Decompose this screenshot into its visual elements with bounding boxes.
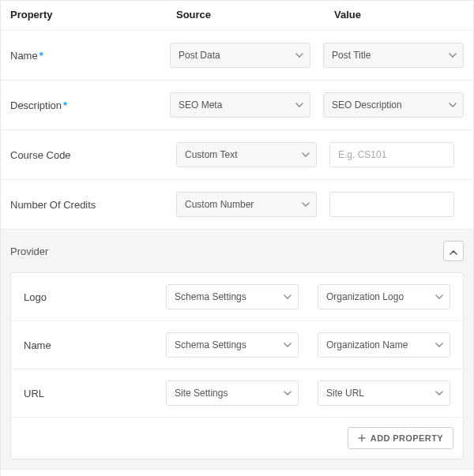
select-value: Schema Settings bbox=[175, 339, 246, 350]
group-body: Logo Schema Settings Organization Logo N… bbox=[10, 272, 464, 459]
label-text: Number Of Credits bbox=[10, 199, 96, 211]
value-select[interactable]: SEO Description bbox=[323, 92, 464, 118]
label-text: Name bbox=[10, 50, 38, 62]
value-input[interactable] bbox=[329, 192, 454, 217]
chevron-down-icon bbox=[449, 53, 457, 58]
select-value: Site URL bbox=[326, 388, 364, 399]
source-select[interactable]: Schema Settings bbox=[166, 332, 299, 358]
chevron-down-icon bbox=[302, 152, 310, 157]
property-row: URL Site Settings Site URL bbox=[11, 369, 463, 418]
button-label: Add Property bbox=[371, 433, 443, 443]
select-value: Custom Text bbox=[185, 149, 237, 160]
chevron-down-icon bbox=[284, 343, 292, 347]
property-label: Name bbox=[24, 339, 166, 351]
source-select[interactable]: Schema Settings bbox=[166, 284, 299, 309]
header-source: Source bbox=[176, 9, 334, 21]
property-row: Logo Schema Settings Organization Logo bbox=[11, 273, 463, 321]
group-header: Provider bbox=[1, 230, 473, 272]
label-text: Course Code bbox=[10, 149, 71, 161]
select-value: Schema Settings bbox=[175, 291, 246, 302]
property-row: Description* SEO Meta SEO Description bbox=[1, 81, 473, 130]
property-label: Description* bbox=[10, 99, 170, 111]
select-value: Post Title bbox=[332, 50, 371, 61]
source-select[interactable]: SEO Meta bbox=[170, 92, 310, 118]
property-row: Course Code Custom Text bbox=[1, 130, 473, 180]
plus-icon bbox=[358, 434, 366, 442]
property-label: Course Code bbox=[10, 149, 176, 161]
value-select[interactable]: Post Title bbox=[323, 43, 464, 68]
chevron-down-icon bbox=[284, 391, 292, 395]
panel-footer: Reset Properties Add Property bbox=[1, 470, 473, 476]
provider-group: Provider Logo Schema Settings Organizati… bbox=[1, 230, 473, 470]
value-input[interactable] bbox=[329, 142, 454, 167]
property-label: Name* bbox=[10, 50, 170, 62]
chevron-down-icon bbox=[435, 294, 443, 299]
table-header: Property Source Value bbox=[1, 1, 473, 31]
header-value: Value bbox=[334, 9, 464, 21]
required-mark: * bbox=[40, 50, 43, 62]
select-value: SEO Description bbox=[332, 99, 402, 111]
property-row: Name Schema Settings Organization Name bbox=[11, 321, 463, 369]
value-select[interactable]: Organization Logo bbox=[318, 284, 450, 309]
chevron-down-icon bbox=[435, 343, 443, 347]
header-property: Property bbox=[10, 9, 176, 21]
chevron-down-icon bbox=[284, 294, 292, 299]
required-mark: * bbox=[63, 99, 67, 111]
source-select[interactable]: Custom Number bbox=[176, 192, 317, 217]
source-select[interactable]: Custom Text bbox=[176, 142, 317, 167]
chevron-down-icon bbox=[435, 391, 443, 395]
property-row: Name* Post Data Post Title bbox=[1, 31, 473, 81]
chevron-down-icon bbox=[449, 103, 457, 107]
select-value: Custom Number bbox=[185, 199, 254, 210]
label-text: Description bbox=[10, 99, 62, 111]
add-property-button[interactable]: Add Property bbox=[348, 427, 453, 449]
property-label: Logo bbox=[24, 291, 166, 303]
value-select[interactable]: Site URL bbox=[318, 380, 450, 406]
property-label: URL bbox=[24, 388, 166, 399]
select-value: SEO Meta bbox=[179, 99, 222, 111]
chevron-down-icon bbox=[295, 53, 303, 58]
property-row: Number Of Credits Custom Number bbox=[1, 180, 473, 230]
source-select[interactable]: Site Settings bbox=[166, 380, 299, 406]
select-value: Organization Name bbox=[326, 339, 408, 350]
chevron-down-icon bbox=[295, 103, 303, 107]
value-select[interactable]: Organization Name bbox=[318, 332, 450, 358]
collapse-button[interactable] bbox=[443, 241, 464, 261]
source-select[interactable]: Post Data bbox=[170, 43, 310, 68]
property-label: Number Of Credits bbox=[10, 199, 176, 211]
select-value: Site Settings bbox=[175, 388, 228, 399]
group-label: Provider bbox=[10, 245, 443, 257]
properties-panel: Property Source Value Name* Post Data Po… bbox=[0, 0, 474, 476]
select-value: Organization Logo bbox=[326, 291, 404, 302]
select-value: Post Data bbox=[179, 50, 220, 61]
chevron-up-icon bbox=[450, 245, 457, 257]
chevron-down-icon bbox=[302, 202, 310, 207]
group-footer: Add Property bbox=[11, 418, 463, 459]
